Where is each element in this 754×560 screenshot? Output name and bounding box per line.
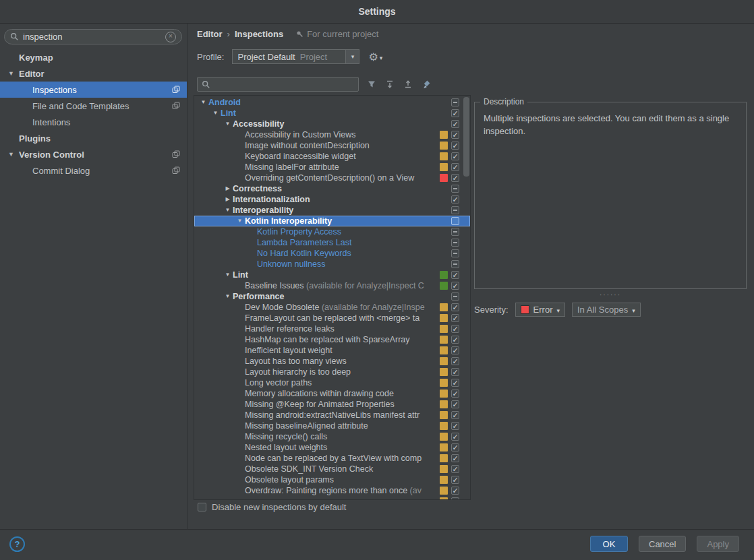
inspection-checkbox[interactable]: [451, 131, 459, 139]
inspection-row-lint[interactable]: ▼Lint: [194, 270, 470, 280]
help-icon[interactable]: ?: [9, 536, 25, 552]
inspection-checkbox[interactable]: [451, 346, 459, 354]
inspection-checkbox[interactable]: [451, 476, 459, 484]
inspections-filter-field[interactable]: [197, 77, 359, 92]
inspection-checkbox[interactable]: [451, 163, 459, 171]
sidebar-item-intentions[interactable]: Intentions: [0, 114, 187, 130]
inspection-row-missing-labelfor-attribute[interactable]: Missing labelFor attribute: [194, 162, 470, 173]
sidebar-item-editor[interactable]: ▼Editor: [0, 65, 187, 82]
inspection-row-obsolete-sdk-int-version-check[interactable]: Obsolete SDK_INT Version Check: [194, 464, 470, 474]
inspection-row-layout-has-too-many-views[interactable]: Layout has too many views: [194, 356, 470, 367]
inspection-checkbox[interactable]: [451, 249, 459, 257]
expand-all-icon[interactable]: [384, 79, 395, 90]
sidebar-item-version-control[interactable]: ▼Version Control: [0, 146, 187, 162]
settings-search-field[interactable]: ×: [4, 29, 182, 44]
splitter-grip[interactable]: [474, 291, 747, 299]
inspection-checkbox[interactable]: [451, 303, 459, 311]
chevron-down-icon[interactable]: ▼: [198, 97, 208, 108]
collapse-all-icon[interactable]: [403, 79, 413, 90]
chevron-right-icon[interactable]: ▶: [223, 194, 233, 205]
ok-button[interactable]: OK: [590, 536, 628, 552]
chevron-down-icon[interactable]: ▼: [223, 119, 233, 129]
inspection-checkbox[interactable]: [451, 411, 459, 419]
inspection-row-accessibility[interactable]: ▼Accessibility: [194, 119, 470, 129]
inspections-filter-input[interactable]: [213, 79, 354, 90]
inspection-checkbox[interactable]: [451, 497, 459, 500]
inspection-row-performance[interactable]: ▼Performance: [194, 291, 470, 302]
inspection-row-android[interactable]: ▼Android: [194, 97, 470, 108]
inspection-checkbox[interactable]: [451, 379, 459, 387]
scope-combobox[interactable]: In All Scopes: [572, 303, 641, 317]
severity-combobox[interactable]: Error: [515, 303, 565, 317]
inspection-checkbox[interactable]: [451, 174, 459, 182]
profile-actions-button[interactable]: [368, 51, 382, 63]
inspection-checkbox[interactable]: [451, 487, 459, 495]
inspection-checkbox[interactable]: [451, 185, 459, 193]
inspection-row-missing-recycle-calls[interactable]: Missing recycle() calls: [194, 431, 470, 442]
sidebar-item-file-and-code-templates[interactable]: File and Code Templates: [0, 98, 187, 114]
inspection-checkbox[interactable]: [451, 390, 459, 398]
chevron-right-icon[interactable]: ▶: [223, 183, 233, 194]
inspection-row-lint[interactable]: ▼Lint: [194, 108, 470, 119]
inspection-checkbox[interactable]: [451, 314, 459, 322]
sidebar-item-plugins[interactable]: Plugins: [0, 130, 187, 146]
inspection-row-lambda-parameters-last[interactable]: Lambda Parameters Last: [194, 237, 470, 248]
inspection-row-missing-keep-for-animated-properties[interactable]: Missing @Keep for Animated Properties: [194, 399, 470, 410]
inspection-checkbox[interactable]: [451, 465, 459, 473]
inspection-row-hashmap-can-be-replaced-with-sparsearray[interactable]: HashMap can be replaced with SparseArray: [194, 334, 470, 345]
inspection-row-kotlin-property-access[interactable]: Kotlin Property Access: [194, 226, 470, 237]
reset-icon[interactable]: [421, 79, 432, 90]
inspection-checkbox[interactable]: [451, 206, 459, 214]
inspection-checkbox[interactable]: [451, 443, 459, 452]
inspection-checkbox[interactable]: [451, 239, 459, 247]
inspection-checkbox[interactable]: [451, 228, 459, 236]
inspection-row-layout-hierarchy-is-too-deep[interactable]: Layout hierarchy is too deep: [194, 367, 470, 377]
chevron-down-icon[interactable]: ▼: [235, 216, 245, 226]
inspection-checkbox[interactable]: [451, 195, 459, 204]
inspection-checkbox[interactable]: [451, 98, 459, 106]
chevron-down-icon[interactable]: ▼: [210, 108, 221, 119]
inspection-row-handler-reference-leaks[interactable]: Handler reference leaks: [194, 323, 470, 334]
inspection-checkbox[interactable]: [451, 325, 459, 333]
inspection-row-baseline-issues[interactable]: Baseline Issues (available for Analyze|I…: [194, 280, 470, 291]
inspection-checkbox[interactable]: [451, 271, 459, 279]
cancel-button[interactable]: Cancel: [639, 536, 686, 552]
inspection-checkbox[interactable]: [451, 282, 459, 290]
inspection-row-nested-layout-weights[interactable]: Nested layout weights: [194, 442, 470, 453]
inspection-row-missing-baselinealigned-attribute[interactable]: Missing baselineAligned attribute: [194, 421, 470, 431]
inspection-row-dev-mode-obsolete[interactable]: Dev Mode Obsolete (available for Analyze…: [194, 302, 470, 313]
tree-scrollbar-thumb[interactable]: [463, 97, 469, 177]
inspection-checkbox[interactable]: [451, 433, 459, 441]
inspection-row-correctness[interactable]: ▶Correctness: [194, 183, 470, 194]
breadcrumb-editor[interactable]: Editor: [197, 29, 223, 39]
inspection-checkbox[interactable]: [451, 400, 459, 408]
chevron-down-icon[interactable]: ▼: [223, 270, 233, 280]
apply-button[interactable]: Apply: [697, 536, 739, 552]
tree-scrollbar[interactable]: [463, 96, 470, 499]
filter-icon[interactable]: [366, 79, 377, 90]
inspection-row-overdraw-painting-regions-more-than-once[interactable]: Overdraw: Painting regions more than onc…: [194, 485, 470, 496]
inspection-row-kotlin-interoperability[interactable]: ▼Kotlin Interoperability: [194, 216, 470, 226]
inspection-row-keyboard-inaccessible-widget[interactable]: Keyboard inaccessible widget: [194, 151, 470, 162]
inspection-row-unknown-nullness[interactable]: Unknown nullness: [194, 259, 470, 270]
inspection-checkbox[interactable]: [451, 152, 459, 160]
inspection-row-obsolete-layout-params[interactable]: Obsolete layout params: [194, 474, 470, 485]
inspection-row-framelayout-can-be-replaced-with-merge-ta[interactable]: FrameLayout can be replaced with <merge>…: [194, 313, 470, 323]
inspection-row-image-without-contentdescription[interactable]: Image without contentDescription: [194, 140, 470, 151]
profile-combobox[interactable]: Project Default Project: [232, 49, 359, 64]
clear-search-icon[interactable]: ×: [165, 32, 176, 42]
inspection-checkbox[interactable]: [451, 422, 459, 430]
chevron-down-icon[interactable]: ▼: [223, 205, 233, 216]
settings-search-input[interactable]: [23, 32, 161, 42]
inspection-checkbox[interactable]: [451, 357, 459, 365]
inspection-checkbox[interactable]: [451, 217, 459, 225]
inspection-checkbox[interactable]: [451, 368, 459, 376]
inspection-row-memory-allocations-within-drawing-code[interactable]: Memory allocations within drawing code: [194, 388, 470, 399]
inspection-row-accessibility-in-custom-views[interactable]: Accessibility in Custom Views: [194, 129, 470, 140]
disable-new-inspections-checkbox[interactable]: [198, 503, 206, 511]
sidebar-item-inspections[interactable]: Inspections: [0, 82, 187, 98]
inspection-row-overriding-getcontentdescription-on-a-view[interactable]: Overriding getContentDescription() on a …: [194, 173, 470, 183]
inspection-checkbox[interactable]: [451, 336, 459, 344]
inspection-row-long-vector-paths[interactable]: Long vector paths: [194, 377, 470, 388]
inspection-checkbox[interactable]: [451, 142, 459, 150]
